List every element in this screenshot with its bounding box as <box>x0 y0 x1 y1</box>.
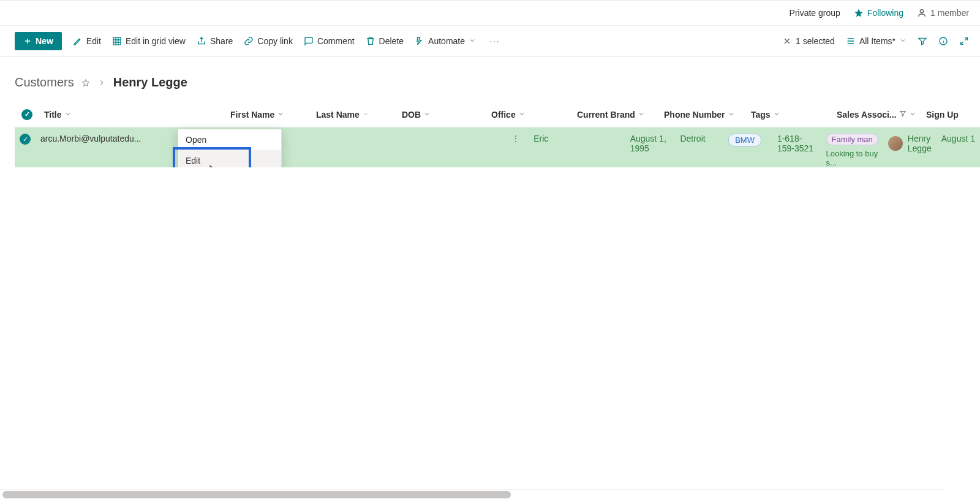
delete-command[interactable]: Delete <box>366 36 404 46</box>
cell-office: Detroit <box>675 134 723 143</box>
following-toggle[interactable]: Following <box>854 8 903 18</box>
row-select[interactable]: ✓ <box>15 134 36 145</box>
chevron-down-icon <box>728 110 735 120</box>
command-bar: New Edit Edit in grid view Share Copy li… <box>0 26 980 57</box>
svg-point-0 <box>920 10 923 13</box>
col-first-name[interactable]: First Name <box>225 110 311 120</box>
automate-command[interactable]: Automate <box>415 36 476 46</box>
new-button[interactable]: New <box>15 32 62 50</box>
share-command[interactable]: Share <box>197 36 233 46</box>
breadcrumb-current: Henry Legge <box>113 75 187 90</box>
expand-icon <box>959 36 969 46</box>
flow-icon <box>415 36 424 46</box>
col-title[interactable]: Title <box>39 110 225 120</box>
ctx-open[interactable]: Open <box>178 129 281 150</box>
row-more-button[interactable]: ⋮ <box>508 134 524 143</box>
cell-first-name: Eric <box>529 134 577 143</box>
pencil-icon <box>73 36 83 46</box>
star-outline-icon[interactable] <box>81 78 90 87</box>
group-info-bar: Private group Following 1 member <box>0 0 980 26</box>
chevron-down-icon <box>423 110 431 120</box>
chevron-down-icon <box>909 110 916 120</box>
chevron-down-icon <box>277 110 284 120</box>
filter-icon <box>918 36 927 46</box>
context-menu: Open Edit Edit in grid view Share Copy l… <box>178 129 282 167</box>
edit-grid-command[interactable]: Edit in grid view <box>112 36 186 46</box>
close-icon <box>782 36 792 46</box>
list-icon <box>846 36 856 46</box>
new-label: New <box>36 36 53 46</box>
cell-phone: 1-618-159-3521 <box>772 134 821 153</box>
chevron-right-icon <box>97 78 106 87</box>
privacy-label: Private group <box>790 8 840 18</box>
col-brand[interactable]: Current Brand <box>572 110 659 120</box>
breadcrumb: Customers Henry Legge <box>0 57 980 102</box>
copy-link-command[interactable]: Copy link <box>244 36 293 46</box>
comment-icon <box>304 36 314 46</box>
privacy-text: Private group <box>790 8 840 18</box>
cell-signup: August 1 <box>937 134 980 143</box>
overflow-button[interactable]: ··· <box>487 36 503 46</box>
info-button[interactable] <box>938 36 948 46</box>
check-icon: ✓ <box>21 109 32 120</box>
filter-icon <box>899 110 907 117</box>
col-last-name[interactable]: Last Name <box>311 110 397 120</box>
edit-command[interactable]: Edit <box>73 36 101 46</box>
star-icon <box>854 8 864 18</box>
share-icon <box>197 36 206 46</box>
selection-count[interactable]: 1 selected <box>782 36 835 46</box>
col-associate[interactable]: Sales Associ... <box>832 110 921 120</box>
cell-tags: Family man Looking to buy s... <box>821 134 883 167</box>
members-text: 1 member <box>930 8 969 18</box>
avatar <box>888 136 903 151</box>
svg-rect-1 <box>113 37 121 45</box>
cell-brand: BMW <box>723 134 772 147</box>
col-phone[interactable]: Phone Number <box>659 110 746 120</box>
col-signup[interactable]: Sign Up <box>921 110 980 120</box>
col-tags[interactable]: Tags <box>746 110 832 120</box>
chevron-down-icon <box>638 110 645 120</box>
ctx-edit[interactable]: Edit <box>178 150 281 167</box>
table-row[interactable]: ✓ arcu.Morbi@vulputatedu... ⋮ Eric Augus… <box>15 128 980 167</box>
cell-dob: August 1, 1995 <box>625 134 676 153</box>
members-button[interactable]: 1 member <box>917 8 969 18</box>
chevron-down-icon <box>469 36 476 46</box>
chevron-down-icon <box>773 110 780 120</box>
col-office[interactable]: Office <box>486 110 572 120</box>
cell-associate: Henry Legge <box>883 134 937 153</box>
trash-icon <box>366 36 375 46</box>
cell-title[interactable]: arcu.Morbi@vulputatedu... ⋮ <box>36 134 529 143</box>
info-icon <box>938 36 948 46</box>
list-header: ✓ Title First Name Last Name DOB Office … <box>15 102 980 128</box>
following-text: Following <box>867 8 903 18</box>
link-icon <box>244 36 254 46</box>
chevron-down-icon <box>64 110 72 120</box>
select-all[interactable]: ✓ <box>15 109 39 120</box>
list-view: ✓ Title First Name Last Name DOB Office … <box>0 102 980 167</box>
chevron-down-icon <box>899 36 907 46</box>
plus-icon <box>23 37 32 45</box>
view-selector[interactable]: All Items* <box>846 36 907 46</box>
expand-button[interactable] <box>959 36 969 46</box>
breadcrumb-root[interactable]: Customers <box>15 75 74 90</box>
chevron-down-icon <box>518 110 526 120</box>
check-icon: ✓ <box>20 134 31 145</box>
filter-button[interactable] <box>918 36 927 46</box>
col-dob[interactable]: DOB <box>397 110 486 120</box>
grid-icon <box>112 36 122 46</box>
comment-command[interactable]: Comment <box>304 36 355 46</box>
person-icon <box>917 8 927 18</box>
chevron-down-icon <box>362 110 369 120</box>
